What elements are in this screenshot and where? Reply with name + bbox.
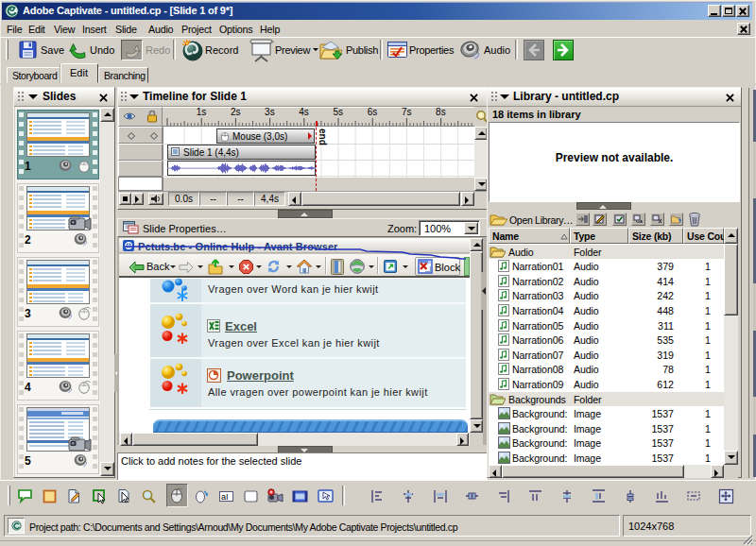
svg-text:aI: aI	[221, 492, 229, 502]
